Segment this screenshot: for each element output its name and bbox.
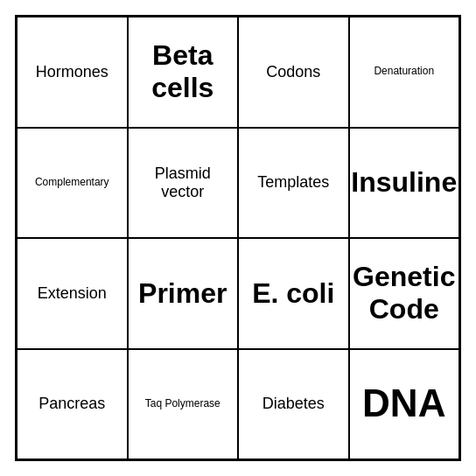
bingo-cell-14: Taq Polymerase: [128, 349, 239, 460]
bingo-cell-1: Hormones: [17, 17, 128, 128]
bingo-cell-7: Templates: [238, 128, 349, 239]
cell-label: Diabetes: [262, 395, 325, 413]
cell-label: Genetic Code: [353, 261, 455, 326]
cell-label: Codons: [266, 63, 320, 81]
bingo-card: HormonesBeta cellsCodonsDenaturationComp…: [15, 15, 461, 461]
bingo-cell-13: Pancreas: [17, 349, 128, 460]
bingo-cell-8: Insuline: [349, 128, 460, 239]
cell-label: Extension: [38, 284, 107, 303]
bingo-cell-15: Diabetes: [238, 349, 349, 460]
bingo-cell-6: Plasmid vector: [128, 128, 239, 239]
cell-label: Beta cells: [132, 39, 234, 104]
bingo-cell-5: Complementary: [17, 128, 128, 239]
cell-label: Insuline: [351, 166, 457, 199]
bingo-cell-3: Codons: [238, 17, 349, 128]
cell-label: Hormones: [36, 63, 108, 81]
cell-label: Templates: [257, 173, 329, 192]
cell-label: E. coli: [252, 277, 334, 310]
bingo-cell-11: E. coli: [238, 238, 349, 349]
bingo-cell-2: Beta cells: [128, 17, 239, 128]
cell-label: Complementary: [35, 177, 109, 189]
cell-label: Pancreas: [38, 395, 105, 413]
bingo-cell-16: DNA: [349, 349, 460, 460]
cell-label: Taq Polymerase: [145, 398, 220, 410]
bingo-cell-10: Primer: [128, 238, 239, 349]
cell-label: Plasmid vector: [132, 164, 234, 200]
bingo-cell-12: Genetic Code: [349, 238, 460, 349]
bingo-cell-9: Extension: [17, 238, 128, 349]
cell-label: DNA: [362, 382, 445, 426]
bingo-cell-4: Denaturation: [349, 17, 460, 128]
cell-label: Denaturation: [374, 66, 434, 78]
cell-label: Primer: [138, 277, 227, 310]
